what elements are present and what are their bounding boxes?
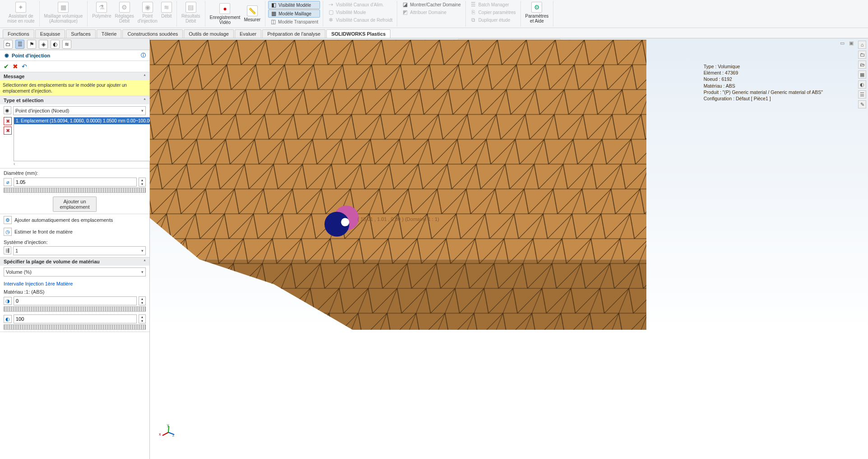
channel-icon: ⇢	[328, 1, 334, 8]
ok-button[interactable]: ✔	[4, 63, 9, 70]
range-end-spinner[interactable]: ▲▼	[139, 314, 146, 323]
range-start-input[interactable]	[14, 296, 137, 305]
diameter-spinner[interactable]: ▲▼	[139, 178, 146, 187]
tab-soudees[interactable]: Constructions soudées	[122, 29, 183, 38]
tab-surfaces[interactable]: Surfaces	[66, 29, 95, 38]
undo-button[interactable]: ↶	[22, 63, 27, 70]
pm-tab-display[interactable]: ◈	[39, 40, 48, 49]
vp-min-icon[interactable]: ▭	[840, 40, 846, 47]
range-end-input[interactable]	[14, 314, 137, 323]
pm-tab-feature[interactable]: 🗀	[4, 40, 13, 49]
wizard-icon: ✦	[15, 2, 26, 13]
list-item[interactable]: 1. Emplacement (15.0094, 1.0060, 0.0000)…	[14, 117, 158, 124]
assign-domain[interactable]: ◩ Attribuer Domaine	[400, 9, 462, 16]
location-list[interactable]: 1. Emplacement (15.0094, 1.0060, 0.0000)…	[14, 117, 158, 161]
task-pane-tabs: ⌂ 🗀 🗁 ▦ ◐ ☰ ✎	[858, 41, 866, 108]
ribbon-mesh-auto[interactable]: ▦ Maillage volumique (Automatique)	[42, 1, 85, 24]
toggle-cooling-visibility[interactable]: ❄ Visibilité Canaux de Refroidt	[326, 16, 394, 23]
pm-tabs: 🗀 ☰ ⚑ ◈ ◐ ≋	[0, 38, 149, 50]
tab-evaluer[interactable]: Evaluer	[235, 29, 261, 38]
property-manager: 🗀 ☰ ⚑ ◈ ◐ ≋ ◉Point d'injection ⓘ ✔ ✖ ↶ M…	[0, 38, 150, 459]
help-icon[interactable]: ⓘ	[141, 52, 146, 59]
tab-esquisse[interactable]: Esquisse	[35, 29, 65, 38]
custom-props-icon[interactable]: ☰	[858, 90, 866, 98]
ribbon: ✦ Assistant de mise en route ▦ Maillage …	[0, 0, 868, 28]
ribbon-assistant[interactable]: ✦ Assistant de mise en route	[5, 1, 37, 24]
appearances-icon[interactable]: ◐	[858, 80, 866, 89]
tab-fonctions[interactable]: Fonctions	[3, 29, 34, 38]
range-start-slider[interactable]	[4, 306, 146, 312]
file-explorer-icon[interactable]: 🗁	[858, 61, 866, 69]
section-message-header[interactable]: Message˄	[0, 72, 149, 80]
tab-tolerie[interactable]: Tôlerie	[97, 29, 122, 38]
toggle-mesh-visibility[interactable]: ▦ Modèle Maillage	[268, 9, 320, 18]
show-hide-domain[interactable]: ◪ Montrer/Cacher Domaine	[400, 1, 462, 8]
tab-prep-analyse[interactable]: Préparation de l'analyse	[262, 29, 325, 38]
estimate-flow-row[interactable]: ◷ Estimer le front de matière	[0, 226, 149, 238]
duplicate-study[interactable]: ⧉ Dupliquer étude	[469, 16, 518, 23]
remove-all-button[interactable]: ✖	[4, 126, 12, 135]
diameter-icon: ⌀	[4, 178, 12, 186]
ribbon-injection-point[interactable]: ◉ Point d'injection	[136, 1, 159, 24]
pm-tab-config[interactable]: ⚑	[27, 40, 36, 49]
pm-tab-appearance[interactable]: ◐	[51, 40, 60, 49]
pm-header: ◉Point d'injection ⓘ	[0, 50, 149, 61]
injection-system-select[interactable]: 1▾	[13, 246, 146, 255]
design-lib-icon[interactable]: 🗀	[858, 51, 866, 59]
chevron-up-icon: ˄	[144, 98, 146, 103]
ribbon-polymer[interactable]: ⚗ Polymère	[90, 1, 113, 19]
injection-type-icon: ◉	[4, 106, 11, 114]
diameter-slider[interactable]	[4, 187, 146, 193]
volume-unit-select[interactable]: Volume (%)▾	[4, 267, 146, 276]
ribbon-record-video[interactable]: ● Enregistrement Vidéo	[208, 2, 242, 26]
toggle-mold-visibility[interactable]: ▢ Visibilité Moule	[326, 9, 394, 16]
toggle-model-visibility[interactable]: ◧ Visibilité Modèle	[268, 1, 320, 9]
mesh-cube-icon: ▦	[270, 10, 277, 17]
batch-manager[interactable]: ☰ Batch Manager	[469, 1, 518, 8]
ribbon-flow[interactable]: ≋ Débit	[159, 1, 174, 19]
mesh-icon: ▦	[58, 2, 69, 13]
sw-resources-icon[interactable]: ⌂	[858, 41, 866, 49]
ribbon-help[interactable]: ⚙ Paramètres et Aide	[524, 1, 551, 24]
injection-icon: ◉	[142, 2, 153, 13]
ribbon-flow-settings[interactable]: ⚙ Réglages Débit	[113, 1, 135, 24]
graphics-viewport[interactable]: ▭ ▣ ✕ ⤢ ⌕ ↶ ◫ ⬚ ◧ 👁 🎨 ☼ ⚙ ◆ Pièce1 (Défa…	[150, 38, 868, 459]
vp-max-icon[interactable]: ▣	[849, 40, 855, 47]
copy-icon: ⎘	[470, 9, 477, 15]
ribbon-measure[interactable]: 📏 Mesurer	[242, 5, 262, 23]
orientation-triad[interactable]: x y z	[159, 423, 177, 441]
diameter-label: Diamètre (mm):	[4, 170, 146, 176]
add-location-button[interactable]: Ajouter un emplacement	[53, 197, 96, 212]
domain-icon: ◪	[402, 1, 408, 8]
tab-moulage[interactable]: Outils de moulage	[184, 29, 234, 38]
toggle-runner-visibility[interactable]: ⇢ Visibilité Canaux d'Alim.	[326, 1, 394, 8]
section-type-header[interactable]: Type et sélection˄	[0, 96, 149, 104]
record-icon: ●	[219, 3, 230, 14]
auto-add-row[interactable]: ⚙ Ajouter automatiquement des emplacemen…	[0, 214, 149, 226]
injection-coord-label: ( 15.01 , 1.01 , 0.00 ) (Domaine 1 : 1)	[357, 216, 439, 222]
tab-plastics[interactable]: SOLIDWORKS Plastics	[326, 29, 390, 38]
view-palette-icon[interactable]: ▦	[858, 70, 866, 79]
pm-tab-props[interactable]: ☰	[15, 40, 24, 49]
measure-icon: 📏	[247, 5, 258, 16]
copy-params[interactable]: ⎘ Copier paramètres	[469, 9, 518, 16]
remove-location-button[interactable]: ✖	[4, 117, 12, 125]
system-icon: ⇶	[4, 246, 11, 254]
svg-point-8	[341, 218, 349, 226]
scroll-left[interactable]: ‹	[14, 161, 15, 166]
range-end-slider[interactable]	[4, 324, 146, 330]
gear-help-icon: ⚙	[531, 2, 542, 13]
section-volume-header[interactable]: Spécifier la plage de volume de matériau…	[0, 258, 149, 266]
ribbon-flow-results[interactable]: ▤ Résultats Débit	[180, 1, 202, 24]
diameter-input[interactable]	[14, 178, 137, 187]
material-label: Matériau :1: (ABS)	[4, 289, 146, 295]
toggle-transparent[interactable]: ◫ Modèle Transparent	[268, 18, 320, 25]
pm-tab-plastics[interactable]: ≋	[62, 40, 71, 49]
assign-icon: ◩	[402, 9, 408, 15]
cancel-button[interactable]: ✖	[13, 63, 18, 70]
injection-type-select[interactable]: Point d'injection (Noeud)▾	[13, 106, 146, 115]
range-start-spinner[interactable]: ▲▼	[139, 296, 146, 305]
forum-icon[interactable]: ✎	[858, 100, 866, 108]
injection-system-label: Système d'injection:	[4, 239, 146, 245]
range-end-icon: ◐	[4, 315, 12, 323]
